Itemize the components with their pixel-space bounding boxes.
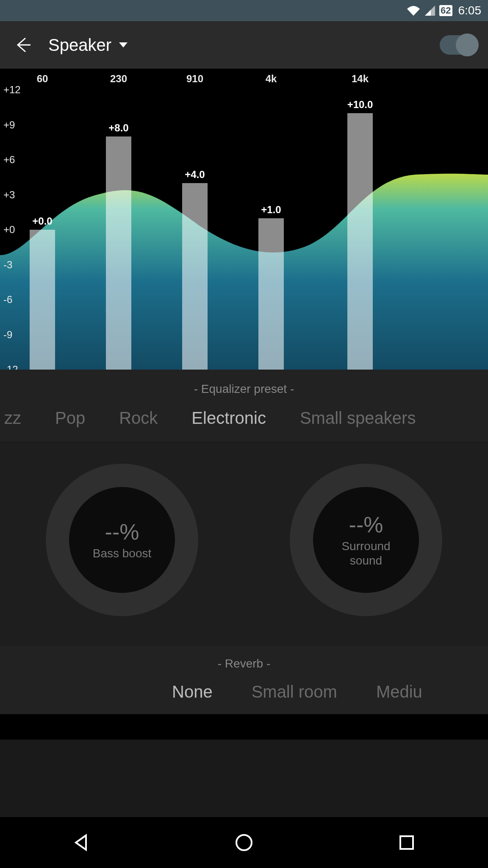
android-status-bar: 62 6:05 <box>0 0 488 21</box>
reverb-item[interactable]: Mediu <box>357 682 442 701</box>
reverb-heading: - Reverb - <box>0 657 488 670</box>
y-tick: +9 <box>3 119 15 131</box>
x-tick: 230 <box>110 73 127 85</box>
preset-item[interactable]: Pop <box>38 409 102 428</box>
triangle-back-icon <box>71 832 92 853</box>
bass-value: --% <box>105 519 139 545</box>
eq-band-slider[interactable]: +4.0 <box>182 183 208 370</box>
y-tick: +6 <box>3 154 15 166</box>
surround-label: Surroundsound <box>341 539 390 568</box>
wifi-icon <box>406 5 421 17</box>
svg-point-0 <box>236 835 252 850</box>
clock-text: 6:05 <box>458 4 482 17</box>
arrow-left-icon <box>14 36 32 54</box>
battery-icon: 62 <box>439 5 452 16</box>
x-axis-labels: 602309104k14k <box>0 73 488 86</box>
nav-back-button[interactable] <box>69 830 94 855</box>
band-value-label: +8.0 <box>108 122 128 134</box>
knob-row: --% Bass boost --% Surroundsound <box>0 442 488 646</box>
band-value-label: +10.0 <box>347 99 373 111</box>
nav-home-button[interactable] <box>231 830 257 855</box>
eq-band-slider[interactable]: +0.0 <box>30 230 55 370</box>
band-value-label: +0.0 <box>32 215 52 227</box>
back-button[interactable] <box>10 32 36 58</box>
y-tick: +12 <box>3 84 21 96</box>
preset-heading: - Equalizer preset - <box>0 382 488 396</box>
band-value-label: +1.0 <box>261 204 281 216</box>
y-tick: +3 <box>3 189 15 201</box>
bass-label: Bass boost <box>93 546 152 561</box>
y-tick: -12 <box>3 364 18 370</box>
x-tick: 14k <box>352 73 369 85</box>
toggle-knob <box>456 33 479 56</box>
eq-band-slider[interactable]: +1.0 <box>258 218 284 370</box>
svg-rect-1 <box>400 836 413 849</box>
signal-icon <box>424 5 436 17</box>
eq-curve <box>0 69 488 370</box>
equalizer-toggle[interactable] <box>440 35 478 55</box>
surround-value: --% <box>349 512 383 537</box>
preset-item[interactable]: Electronic <box>175 409 283 428</box>
x-tick: 910 <box>186 73 203 85</box>
preset-item[interactable]: zz <box>0 409 38 428</box>
output-selector[interactable]: Speaker <box>48 36 128 55</box>
eq-band-slider[interactable]: +8.0 <box>106 136 131 370</box>
reverb-scroller[interactable]: NoneSmall roomMediu <box>0 682 488 701</box>
equalizer-chart: +12+9+6+3+0-3-6-9-12 602309104k14k +0.0+… <box>0 69 488 370</box>
reverb-section: - Reverb - NoneSmall roomMediu <box>0 646 488 714</box>
chevron-down-icon <box>119 42 128 47</box>
y-tick: -9 <box>3 329 12 341</box>
bottom-strip <box>0 714 488 740</box>
preset-section: - Equalizer preset - zzPopRockElectronic… <box>0 370 488 442</box>
circle-home-icon <box>233 832 255 853</box>
band-value-label: +4.0 <box>185 169 205 181</box>
app-toolbar: Speaker <box>0 21 488 69</box>
y-tick: -3 <box>3 259 12 271</box>
preset-item[interactable]: Rock <box>102 409 175 428</box>
x-tick: 60 <box>37 73 48 85</box>
preset-item[interactable]: Small speakers <box>283 409 433 428</box>
bass-boost-dial[interactable]: --% Bass boost <box>46 464 198 616</box>
eq-band-slider[interactable]: +10.0 <box>347 113 373 370</box>
y-tick: +0 <box>3 224 15 236</box>
square-recent-icon <box>396 832 417 853</box>
surround-dial[interactable]: --% Surroundsound <box>290 464 442 616</box>
preset-scroller[interactable]: zzPopRockElectronicSmall speakers <box>0 409 488 442</box>
android-nav-bar <box>0 817 488 868</box>
reverb-item[interactable]: Small room <box>232 682 357 701</box>
x-tick: 4k <box>266 73 277 85</box>
y-tick: -6 <box>3 294 12 306</box>
output-label: Speaker <box>48 36 111 55</box>
reverb-item[interactable]: None <box>152 682 232 701</box>
nav-recent-button[interactable] <box>394 830 419 855</box>
